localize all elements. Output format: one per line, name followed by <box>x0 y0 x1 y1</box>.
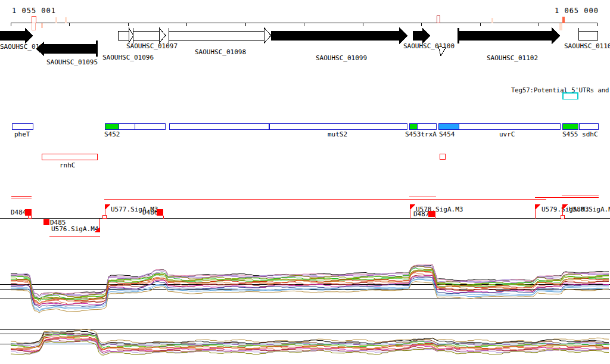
genome-browser-canvas: 1 055 001 1 065 000 SAOUHSC_01093 SAOUHS… <box>0 0 610 364</box>
tss-marker-D485-U576[interactable]: D485 U576.SigA.M4 <box>43 219 99 233</box>
gene-SAOUHSC_01100[interactable]: SAOUHSC_01100 <box>403 28 455 50</box>
feature-box-uvrC[interactable] <box>459 123 560 130</box>
tss-label: D484 <box>11 209 27 216</box>
feature-box-S453[interactable] <box>409 123 417 130</box>
feature-label-S453trxA: S453trxA <box>405 130 437 138</box>
feature-label-S455-sdhC: S455 sdhC <box>562 130 598 138</box>
ruler-variant-mark <box>437 15 440 23</box>
feature-label-uvrC: uvrC <box>499 130 515 138</box>
ruler-variant-mark <box>41 23 43 28</box>
ruler-variant-mark <box>559 23 562 30</box>
gene-SAOUHSC_01095[interactable]: SAOUHSC_01095 <box>36 41 98 66</box>
gene-label: SAOUHSC_01102 <box>487 54 538 62</box>
feature-track: pheT S452 mutS2 S453trxA S454 uvrC S455 … <box>12 123 598 169</box>
feature-box-sdhC[interactable] <box>579 123 598 130</box>
gene-SAOUHSC_01098[interactable]: SAOUHSC_01098 <box>169 28 271 57</box>
gene-label: SAOUHSC_01103 <box>564 42 610 50</box>
ruler-variant-mark <box>65 17 67 23</box>
gene-label: SAOUHSC_01098 <box>195 48 246 56</box>
expression-series <box>11 279 609 310</box>
gene-label: SAOUHSC_01100 <box>403 42 455 50</box>
feature-box-trxA[interactable] <box>417 123 436 130</box>
ruler-variant-mark <box>32 23 36 30</box>
tss-marker-D484[interactable]: D484 <box>11 209 32 219</box>
ruler-variant-mark <box>32 16 36 23</box>
feature-box-pheT[interactable] <box>12 123 33 130</box>
expression-panel-reverse <box>0 329 610 355</box>
feature-box-rnhC[interactable] <box>42 154 97 160</box>
tss-label: D486 <box>142 209 158 216</box>
feature-box-S455[interactable] <box>562 123 578 130</box>
gene-track: SAOUHSC_01093 SAOUHSC_01095 SAOUHSC_0109… <box>0 27 610 66</box>
gene-label: SAOUHSC_01096 <box>102 54 154 61</box>
ruler-ticks <box>11 23 597 26</box>
gene-label: SAOUHSC_01099 <box>316 54 367 62</box>
expression-panel-forward <box>0 265 610 313</box>
ruler-variant-mark <box>55 17 57 23</box>
feature-label-rnhC: rnhC <box>60 161 76 169</box>
feature-box[interactable] <box>119 123 135 130</box>
gene-SAOUHSC_01099[interactable]: SAOUHSC_01099 <box>271 27 408 62</box>
ruler: 1 055 001 1 065 000 <box>11 7 599 30</box>
feature-box-S454[interactable] <box>438 123 459 130</box>
teg57-annotation: Teg57:Potential 5'UTRs and 3 <box>511 86 610 99</box>
tss-label: U580.SigA.M4 <box>569 206 610 213</box>
ruler-variant-mark <box>491 18 493 23</box>
feature-box[interactable] <box>135 123 165 130</box>
ruler-variant-mark <box>562 17 565 23</box>
ruler-end-coordinate: 1 065 000 <box>555 7 599 15</box>
feature-box-mutS2[interactable] <box>169 123 407 130</box>
gene-SAOUHSC_01102[interactable]: SAOUHSC_01102 <box>458 27 560 62</box>
tss-track: D484 U577.SigA.M3 D486 D485 U576.SigA.M4 <box>0 195 610 237</box>
teg57-utr-box[interactable] <box>563 93 578 99</box>
gene-label: SAOUHSC_01095 <box>46 58 98 66</box>
tss-marker-D486[interactable]: D486 <box>142 209 163 219</box>
feature-label-S454: S454 <box>439 130 455 138</box>
tss-marker-U578-D487[interactable]: U578.SigA.M3 D487 <box>410 204 463 218</box>
ruler-start-coordinate: 1 055 001 <box>12 7 56 15</box>
feature-label-mutS2: mutS2 <box>328 130 347 138</box>
tss-label: D487 <box>413 210 430 218</box>
gene-label: SAOUHSC_01097 <box>126 42 178 50</box>
gene-small-reverse-arrow[interactable] <box>438 46 446 56</box>
teg57-label: Teg57:Potential 5'UTRs and 3 <box>511 86 610 94</box>
tss-label: U576.SigA.M4 <box>51 225 99 233</box>
feature-label-S452: S452 <box>104 130 120 138</box>
feature-box-small-red[interactable] <box>440 154 445 160</box>
gene-SAOUHSC_01103[interactable]: SAOUHSC_01103 <box>564 28 610 50</box>
feature-box-S452[interactable] <box>105 123 119 130</box>
feature-label-pheT: pheT <box>14 130 30 138</box>
